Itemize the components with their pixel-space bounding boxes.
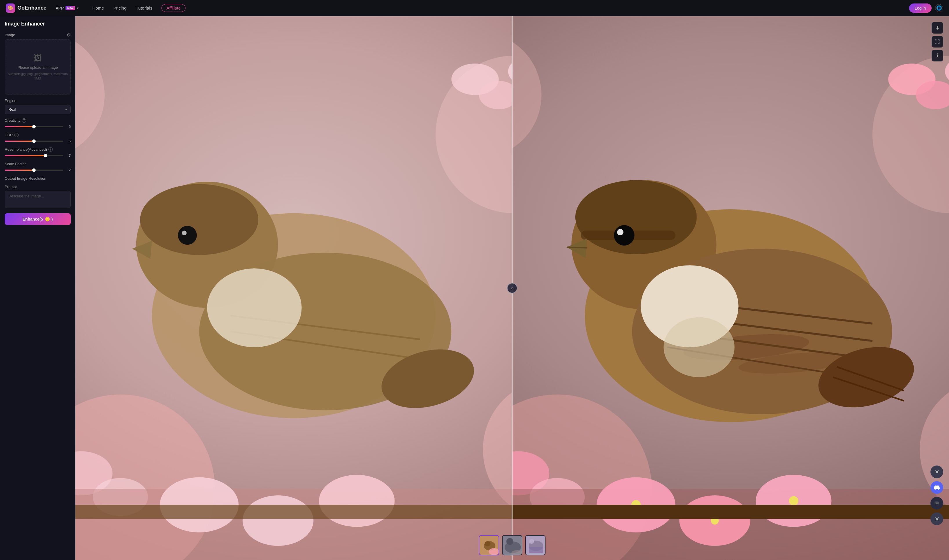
svg-point-12 [140,184,258,255]
app-nav-badge: New [66,6,75,10]
svg-line-43 [567,247,587,248]
nav-pricing[interactable]: Pricing [113,6,127,11]
main-layout: Image Enhancer Image ⚙ 🖼 Please upload a… [0,16,949,560]
fab-close-top[interactable]: ✕ [931,466,943,478]
resemblance-value: 7 [66,153,71,158]
hdr-info-icon[interactable]: ? [14,133,18,137]
svg-point-52 [663,317,735,377]
upload-icon: 🖼 [34,53,42,63]
scale-thumb[interactable] [32,168,35,172]
scale-section: Scale Factor 2 [5,162,71,172]
image-left [75,16,512,560]
nav-affiliate[interactable]: Affiliate [161,4,186,12]
info-button[interactable]: ℹ [932,50,943,62]
logo-icon: 🎨 [6,3,15,13]
enhance-coin-icon: 🪙 [45,217,50,222]
nav-tutorials[interactable]: Tutorials [136,6,152,11]
thumbnail-3[interactable] [525,535,546,555]
image-upload-area[interactable]: 🖼 Please upload an image Supports jpg, p… [5,39,71,94]
resemblance-slider-container [5,155,63,156]
svg-point-23 [243,495,314,546]
svg-point-24 [319,475,395,527]
svg-point-41 [617,229,623,235]
creativity-section: Creativity ? 5 [5,118,71,129]
comparison-image: ‹ › [75,16,949,560]
hdr-value: 5 [66,139,71,143]
svg-point-19 [207,268,301,347]
svg-rect-25 [75,505,512,519]
image-label: Image [5,33,15,37]
image-settings-icon[interactable]: ⚙ [67,32,71,38]
resemblance-thumb[interactable] [44,154,47,157]
creativity-info-icon[interactable]: ? [22,118,26,123]
svg-point-14 [182,231,186,235]
thumbnail-1[interactable] [479,535,499,555]
navbar: 🎨 GoEnhance APP New ▾ Home Pricing Tutor… [0,0,949,16]
hdr-section: HDR ? 5 [5,133,71,143]
image-section-header: Image ⚙ [5,32,71,38]
right-toolbar: ⬇ ⛶ ℹ [932,22,943,62]
thumbnail-2[interactable] [502,535,522,555]
engine-value: Real [8,107,16,112]
thumbnail-strip [479,535,546,555]
scale-slider-row: 2 [5,168,71,172]
resemblance-label: Resemblance(Advanced) ? [5,147,53,152]
nav-right: Log in 🌐 [909,3,943,13]
resemblance-header: Resemblance(Advanced) ? [5,147,71,152]
hdr-thumb[interactable] [32,139,35,143]
creativity-label: Creativity ? [5,118,26,123]
scale-slider-container [5,169,63,171]
fab-close-bottom[interactable]: ✕ [931,512,943,525]
resemblance-section: Resemblance(Advanced) ? 7 [5,147,71,158]
resolution-section: Output Image Resolution [5,176,71,181]
app-nav-chevron: ▾ [77,6,78,10]
svg-rect-74 [529,547,543,553]
scale-value: 2 [66,168,71,172]
language-button[interactable]: 🌐 [935,4,943,12]
fab-discord[interactable] [931,481,943,494]
prompt-label: Prompt [5,185,71,189]
divider-handle[interactable]: ‹ › [507,283,517,293]
fab-mail[interactable]: ✉ [931,497,943,509]
svg-rect-63 [512,505,949,519]
scale-label: Scale Factor [5,162,71,166]
canvas-area: ‹ › ⬇ ⛶ ℹ ✕ ✉ ✕ [75,16,949,560]
logo[interactable]: 🎨 GoEnhance [6,3,46,13]
sidebar: Image Enhancer Image ⚙ 🖼 Please upload a… [0,16,75,560]
resemblance-info-icon[interactable]: ? [48,147,53,152]
app-nav-item[interactable]: APP New ▾ [55,6,78,11]
nav-home[interactable]: Home [92,6,104,11]
hdr-header: HDR ? [5,133,71,137]
svg-point-67 [489,548,499,555]
app-nav-label: APP [55,6,64,11]
login-button[interactable]: Log in [909,3,932,13]
image-right [512,16,949,560]
creativity-slider-container [5,126,63,127]
svg-point-13 [178,226,197,245]
fab-group: ✕ ✉ ✕ [931,466,943,525]
svg-point-38 [575,180,697,254]
enhance-button[interactable]: Enhance(5 🪙 ) [5,213,71,225]
logo-text: GoEnhance [17,5,46,11]
hdr-label: HDR ? [5,133,18,137]
image-section: Image ⚙ 🖼 Please upload an image Support… [5,32,71,94]
creativity-value: 5 [66,125,71,129]
svg-point-75 [529,539,534,544]
engine-select[interactable]: Real ▾ [5,105,71,114]
creativity-thumb[interactable] [32,125,35,128]
fullscreen-button[interactable]: ⛶ [932,36,943,48]
svg-point-66 [484,541,491,546]
enhance-close-paren: ) [52,217,53,222]
hdr-slider-container [5,141,63,142]
engine-label: Engine [5,98,71,103]
hdr-slider-row: 5 [5,139,71,143]
engine-section: Engine Real ▾ [5,98,71,114]
engine-chevron-icon: ▾ [65,108,67,112]
download-button[interactable]: ⬇ [932,22,943,34]
upload-text: Please upload an image [17,65,58,69]
creativity-slider-row: 5 [5,125,71,129]
svg-point-40 [614,225,635,246]
page-title: Image Enhancer [5,21,71,27]
prompt-input[interactable] [5,191,71,208]
nav-links: Home Pricing Tutorials Affiliate [92,4,186,12]
